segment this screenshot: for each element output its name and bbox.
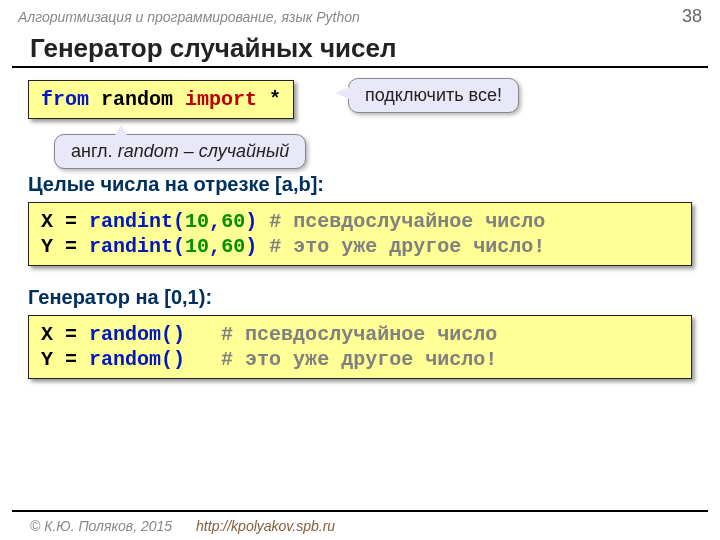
fn: random [89,348,161,371]
code-line: Y = random() # это уже другое число! [41,347,679,372]
paren: () [161,323,185,346]
code-import-box: from random import * [28,80,294,119]
paren-open: ( [173,235,185,258]
section-int-heading: Целые числа на отрезке [a,b]: [28,173,692,196]
comment: # это уже другое число! [269,235,545,258]
paren-close: ) [245,210,257,233]
arg-b: 60 [221,235,245,258]
code-randint-box: X = randint(10,60) # псевдослучайное чис… [28,202,692,266]
arg-a: 10 [185,210,209,233]
page-number: 38 [682,6,702,27]
slide-title: Генератор случайных чисел [12,29,708,68]
eq: = [65,235,77,258]
callout-translation: англ. random – случайный [54,134,306,169]
callout-word: random [118,141,179,161]
code-line: X = randint(10,60) # псевдослучайное чис… [41,209,679,234]
code-line: Y = randint(10,60) # это уже другое числ… [41,234,679,259]
eq: = [65,323,77,346]
comma: , [209,235,221,258]
slide-content: from random import * Целые числа на отре… [0,80,720,379]
comma: , [209,210,221,233]
arg-a: 10 [185,235,209,258]
callout-text: подключить все! [365,85,502,105]
comment: # псевдослучайное число [221,323,497,346]
var: Y [41,235,53,258]
var: X [41,323,53,346]
paren-close: ) [245,235,257,258]
arg-b: 60 [221,210,245,233]
fn: random [89,323,161,346]
eq: = [65,210,77,233]
comment: # это уже другое число! [221,348,497,371]
code-random-box: X = random() # псевдослучайное число Y =… [28,315,692,379]
module-name: random [101,88,173,111]
slide-footer: © К.Ю. Поляков, 2015 http://kpolyakov.sp… [12,510,708,540]
callout-connect-all: подключить все! [348,78,519,113]
course-title: Алгоритмизация и программирование, язык … [18,9,360,25]
var: Y [41,348,53,371]
code-line: X = random() # псевдослучайное число [41,322,679,347]
eq: = [65,348,77,371]
slide-header: Алгоритмизация и программирование, язык … [0,0,720,29]
footer-url: http://kpolyakov.spb.ru [196,518,335,534]
keyword-import: import [185,88,257,111]
import-star: * [269,88,281,111]
comment: # псевдослучайное число [269,210,545,233]
keyword-from: from [41,88,89,111]
fn: randint [89,235,173,258]
fn: randint [89,210,173,233]
var: X [41,210,53,233]
callout-prefix: англ. [71,141,118,161]
callout-dash: – [179,141,199,161]
copyright: © К.Ю. Поляков, 2015 [30,518,172,534]
section-float-heading: Генератор на [0,1): [28,286,692,309]
callout-tail-icon [335,87,349,99]
callout-meaning: случайный [199,141,289,161]
callout-tail-icon [115,125,127,135]
paren: () [161,348,185,371]
paren-open: ( [173,210,185,233]
